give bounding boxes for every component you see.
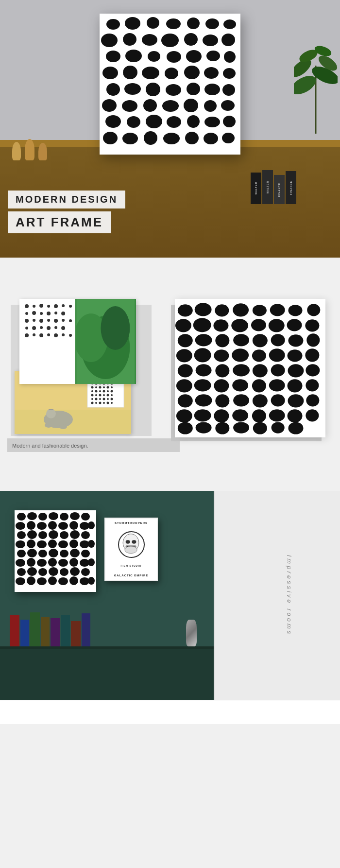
svg-point-276 <box>27 576 35 585</box>
stormtrooper-poster: STORMTROOPERS FILM STUDIO GALACTI <box>104 518 158 581</box>
svg-point-70 <box>69 305 72 308</box>
svg-point-170 <box>233 334 249 346</box>
svg-point-66 <box>39 304 43 308</box>
caption-text: Modern and fashionable design. <box>12 443 88 449</box>
svg-point-225 <box>38 513 47 521</box>
stormtrooper-face-svg <box>119 532 143 556</box>
svg-point-198 <box>306 379 319 391</box>
svg-point-221 <box>288 422 303 434</box>
svg-point-152 <box>195 303 212 316</box>
svg-point-274 <box>81 568 90 576</box>
panel-dots-small <box>19 299 75 384</box>
svg-point-159 <box>175 319 191 332</box>
svg-point-27 <box>223 68 236 79</box>
svg-point-12 <box>203 35 218 46</box>
svg-point-121 <box>111 386 113 388</box>
svg-point-186 <box>233 364 250 376</box>
svg-point-7 <box>101 34 118 47</box>
svg-point-229 <box>81 513 90 521</box>
label-art-frame: ART FRAME <box>8 211 111 233</box>
svg-point-135 <box>95 398 98 400</box>
svg-point-204 <box>271 394 285 406</box>
svg-point-269 <box>27 567 37 576</box>
svg-point-84 <box>25 327 28 330</box>
svg-point-162 <box>231 319 248 332</box>
svg-point-74 <box>47 312 51 315</box>
svg-point-19 <box>206 51 220 61</box>
svg-point-41 <box>221 100 235 111</box>
svg-point-214 <box>306 409 319 421</box>
svg-point-53 <box>185 132 199 144</box>
svg-point-44 <box>146 115 162 128</box>
svg-point-49 <box>103 132 118 144</box>
svg-point-157 <box>288 305 302 316</box>
main-canvas-right <box>175 299 325 437</box>
svg-point-15 <box>125 50 142 62</box>
svg-point-258 <box>70 549 80 557</box>
svg-point-118 <box>99 386 102 389</box>
label-modern-design: MODERN DESIGN <box>8 191 125 208</box>
plant <box>294 27 338 134</box>
svg-point-144 <box>107 402 109 404</box>
svg-point-213 <box>288 409 303 422</box>
svg-point-96 <box>69 334 72 337</box>
svg-point-177 <box>214 349 229 362</box>
svg-point-161 <box>213 319 228 331</box>
svg-point-239 <box>27 530 37 539</box>
svg-point-280 <box>69 576 78 585</box>
svg-point-29 <box>124 83 141 95</box>
svg-point-76 <box>61 312 65 315</box>
svg-point-8 <box>123 33 136 46</box>
photo-1-panels <box>19 299 136 384</box>
svg-point-182 <box>305 348 319 362</box>
svg-point-212 <box>269 409 285 421</box>
svg-point-1 <box>125 17 140 30</box>
dark-room: STORMTROOPERS FILM STUDIO GALACTI <box>0 491 214 700</box>
svg-point-6 <box>223 19 236 29</box>
svg-point-247 <box>37 540 47 548</box>
svg-point-33 <box>204 84 220 95</box>
svg-point-216 <box>196 422 212 433</box>
svg-point-289 <box>125 546 137 554</box>
svg-point-133 <box>111 394 113 396</box>
svg-point-207 <box>176 409 192 422</box>
svg-point-54 <box>204 133 218 144</box>
svg-point-243 <box>70 530 80 539</box>
svg-point-202 <box>233 394 249 406</box>
svg-point-69 <box>62 304 65 307</box>
svg-point-163 <box>251 319 266 331</box>
svg-point-91 <box>33 333 35 336</box>
svg-point-195 <box>252 379 266 392</box>
svg-point-72 <box>32 311 36 315</box>
vertical-text-area: Impressive rooms <box>214 491 340 700</box>
svg-point-223 <box>17 513 26 521</box>
svg-point-237 <box>88 521 95 529</box>
svg-point-125 <box>103 390 105 393</box>
showcase-grid: Modern and fashionable design. <box>15 299 325 445</box>
svg-point-233 <box>48 521 57 530</box>
gap-2 <box>0 464 340 491</box>
svg-point-165 <box>287 319 302 331</box>
panel-green <box>75 299 136 384</box>
svg-point-189 <box>288 364 304 377</box>
green-panel-svg <box>75 299 136 384</box>
svg-point-2 <box>147 17 159 29</box>
book-3: FINANCE <box>274 175 285 204</box>
svg-point-77 <box>25 319 29 323</box>
svg-point-245 <box>16 540 25 548</box>
svg-point-31 <box>166 84 181 96</box>
svg-point-20 <box>224 51 236 63</box>
svg-point-14 <box>106 51 120 62</box>
svg-point-187 <box>253 364 268 377</box>
svg-point-75 <box>54 312 57 314</box>
book-2-label: WALTER <box>266 181 269 193</box>
svg-point-130 <box>99 394 102 397</box>
svg-point-176 <box>194 348 211 362</box>
hero-books: WALTER WALTER FINANCE FINANCE <box>251 170 296 204</box>
shelf-book-1 <box>10 615 19 646</box>
svg-point-200 <box>195 394 212 406</box>
svg-point-246 <box>27 539 35 548</box>
svg-point-234 <box>58 522 68 530</box>
svg-point-262 <box>37 559 47 567</box>
svg-point-174 <box>306 333 320 347</box>
